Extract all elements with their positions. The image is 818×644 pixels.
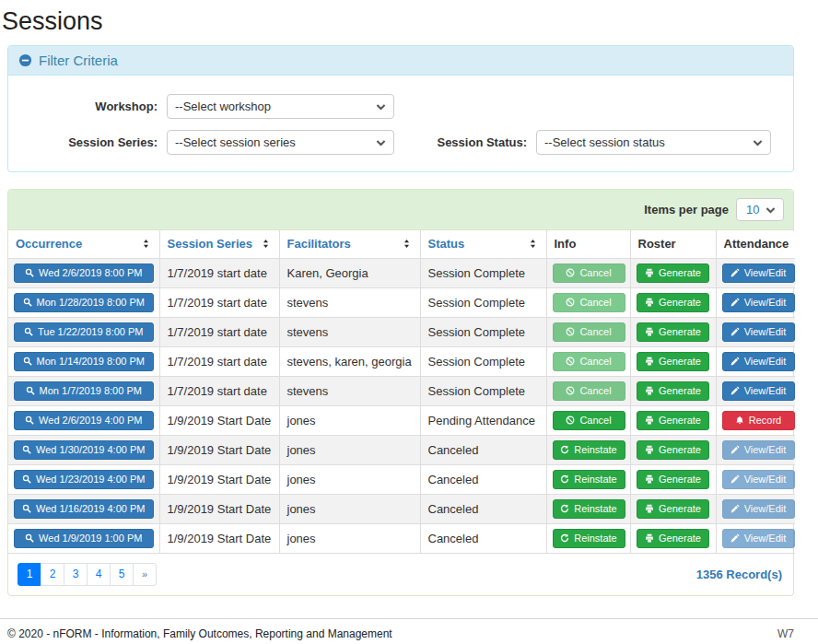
view-edit-button[interactable]: View/Edit — [722, 352, 795, 371]
roster-cell: Generate — [630, 405, 716, 435]
reinstate-button[interactable]: Reinstate — [553, 529, 625, 548]
table-row: Wed 2/6/2019 4:00 PM 1/9/2019 Start Date… — [8, 405, 795, 435]
cancel-button: Cancel — [553, 322, 625, 342]
facilitators-cell: stevens — [279, 376, 420, 405]
occurrence-button[interactable]: Wed 1/9/2019 1:00 PM — [14, 529, 154, 548]
column-header-status[interactable]: Status — [420, 230, 546, 258]
reinstate-button[interactable]: Reinstate — [553, 440, 625, 460]
status-cell: Canceled — [420, 435, 546, 464]
facilitators-cell: stevens — [279, 287, 420, 317]
sort-icon[interactable] — [260, 238, 272, 250]
facilitators-cell: Karen, Georgia — [279, 258, 420, 287]
attendance-cell: View/Edit — [716, 435, 795, 464]
reinstate-button[interactable]: Reinstate — [553, 499, 625, 519]
generate-button[interactable]: Generate — [637, 293, 709, 312]
generate-button[interactable]: Generate — [637, 499, 709, 519]
info-cell: Cancel — [546, 346, 630, 376]
view-edit-button[interactable]: View/Edit — [722, 263, 795, 283]
generate-button[interactable]: Generate — [637, 440, 709, 460]
table-row: Wed 2/6/2019 8:00 PM 1/7/2019 start date… — [8, 258, 795, 287]
view-edit-button[interactable]: View/Edit — [722, 381, 795, 401]
filter-criteria-panel: Filter Criteria Workshop: --Select works… — [7, 45, 794, 172]
info-cell: Cancel — [546, 258, 630, 287]
occurrence-button[interactable]: Mon 1/28/2019 8:00 PM — [14, 293, 154, 312]
occurrence-button[interactable]: Mon 1/7/2019 8:00 PM — [14, 381, 154, 401]
table-toolbar: Items per page 10 — [8, 190, 793, 230]
roster-cell: Generate — [630, 346, 716, 376]
record-button[interactable]: Record — [722, 411, 795, 430]
session-series-cell: 1/9/2019 Start Date — [159, 464, 279, 494]
items-per-page-select[interactable]: 10 — [736, 198, 784, 221]
view-edit-button: View/Edit — [722, 440, 795, 460]
view-edit-button[interactable]: View/Edit — [722, 293, 795, 312]
column-header-attendance: Attendance — [716, 230, 795, 258]
page-button-3[interactable]: 3 — [64, 563, 88, 586]
info-cell: Reinstate — [546, 523, 630, 553]
attendance-cell: View/Edit — [716, 376, 795, 405]
generate-button[interactable]: Generate — [637, 322, 709, 342]
facilitators-cell: jones — [279, 464, 420, 494]
roster-cell: Generate — [630, 258, 716, 287]
generate-button[interactable]: Generate — [637, 381, 709, 401]
generate-button[interactable]: Generate — [637, 529, 709, 548]
next-page-button[interactable]: » — [133, 563, 157, 586]
search-icon — [22, 445, 31, 454]
occurrence-button[interactable]: Wed 2/6/2019 4:00 PM — [14, 411, 154, 430]
view-edit-button[interactable]: View/Edit — [722, 322, 795, 342]
printer-icon — [645, 357, 654, 366]
status-cell: Pending Attendance — [420, 405, 546, 435]
attendance-cell: View/Edit — [716, 346, 795, 376]
occurrence-button[interactable]: Wed 1/23/2019 4:00 PM — [14, 470, 154, 489]
footer-version: W7 — [777, 627, 794, 640]
facilitators-cell: stevens — [279, 317, 420, 346]
attendance-cell: View/Edit — [716, 317, 795, 346]
status-cell: Session Complete — [420, 258, 546, 287]
sort-icon[interactable] — [140, 238, 152, 250]
column-header-facilitators[interactable]: Facilitators — [279, 230, 420, 258]
table-row: Mon 1/28/2019 8:00 PM 1/7/2019 start dat… — [8, 287, 795, 317]
cancel-button[interactable]: Cancel — [553, 411, 625, 430]
workshop-select[interactable]: --Select workshop — [167, 94, 394, 119]
generate-button[interactable]: Generate — [637, 411, 709, 430]
generate-button[interactable]: Generate — [637, 470, 709, 489]
page-button-4[interactable]: 4 — [87, 563, 111, 586]
pencil-icon — [730, 445, 740, 454]
cancel-button: Cancel — [553, 381, 625, 401]
page-button-1[interactable]: 1 — [18, 563, 41, 586]
printer-icon — [645, 327, 654, 336]
column-header-occurrence[interactable]: Occurrence — [8, 230, 159, 258]
footer-copyright: © 2020 - nFORM - Information, Family Out… — [7, 627, 392, 640]
session-series-select[interactable]: --Select session series — [167, 130, 394, 155]
record-count: 1356 Record(s) — [696, 568, 784, 581]
undo-icon — [560, 533, 569, 543]
search-icon — [25, 533, 34, 543]
view-edit-button: View/Edit — [722, 470, 795, 489]
reinstate-button[interactable]: Reinstate — [553, 470, 625, 489]
generate-button[interactable]: Generate — [637, 352, 709, 371]
cancel-button: Cancel — [553, 293, 625, 312]
attendance-cell: View/Edit — [716, 494, 795, 523]
attendance-cell: View/Edit — [716, 464, 795, 494]
occurrence-button[interactable]: Mon 1/14/2019 8:00 PM — [14, 352, 154, 371]
occurrence-button[interactable]: Tue 1/22/2019 8:00 PM — [14, 322, 154, 342]
occurrence-button[interactable]: Wed 1/16/2019 4:00 PM — [14, 499, 154, 519]
search-icon — [25, 416, 34, 425]
column-header-session-series[interactable]: Session Series — [159, 230, 279, 258]
view-edit-button: View/Edit — [722, 499, 795, 519]
collapse-minus-icon[interactable] — [18, 53, 32, 67]
pencil-icon — [730, 386, 740, 395]
attendance-cell: Record — [716, 405, 795, 435]
session-series-cell: 1/9/2019 Start Date — [159, 494, 279, 523]
session-status-select[interactable]: --Select session status — [536, 130, 771, 155]
occurrence-button[interactable]: Wed 2/6/2019 8:00 PM — [14, 263, 154, 283]
workshop-label: Workshop: — [21, 100, 167, 113]
occurrence-button[interactable]: Wed 1/30/2019 4:00 PM — [14, 440, 154, 460]
filter-criteria-header[interactable]: Filter Criteria — [8, 46, 793, 76]
sort-icon[interactable] — [527, 238, 539, 250]
page-button-2[interactable]: 2 — [41, 563, 64, 586]
bell-icon — [735, 416, 744, 425]
sort-icon[interactable] — [401, 238, 413, 250]
table-header-row: Occurrence Session Series Facilitators S… — [8, 230, 795, 258]
generate-button[interactable]: Generate — [637, 263, 709, 283]
page-button-5[interactable]: 5 — [110, 563, 134, 586]
